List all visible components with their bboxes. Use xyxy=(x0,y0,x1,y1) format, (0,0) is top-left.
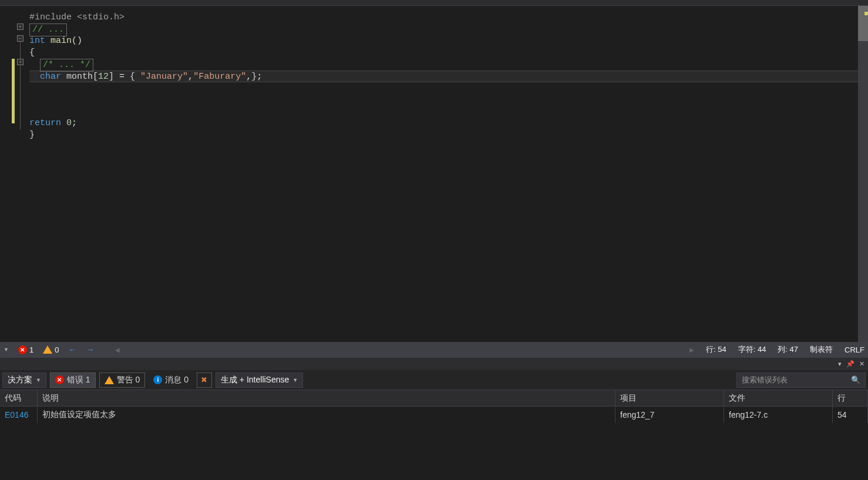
change-gutter xyxy=(0,6,15,342)
messages-filter[interactable]: i 消息 0 xyxy=(149,372,193,388)
code-line[interactable]: int main() xyxy=(29,35,868,47)
pin-icon[interactable]: 📌 xyxy=(846,360,854,368)
scope-dropdown[interactable]: 决方案▼ xyxy=(2,372,46,388)
nav-back-icon[interactable]: ← xyxy=(68,345,76,354)
error-list-table: 代码 说明 项目 文件 行 E0146初始值设定项值太多feng12_7feng… xyxy=(0,390,868,477)
code-line[interactable]: /* ... */ xyxy=(29,59,868,71)
scroll-right-icon[interactable]: ▶ xyxy=(689,347,694,353)
code-line[interactable]: // ... xyxy=(29,24,868,35)
error-table-header[interactable]: 代码 说明 项目 文件 行 xyxy=(0,390,868,407)
code-line[interactable] xyxy=(29,106,868,118)
panel-header: ▾ 📌 ✕ xyxy=(0,357,868,370)
code-content[interactable]: #include <stdio.h>// ...int main(){ /* .… xyxy=(29,6,868,342)
panel-menu-icon[interactable]: ▾ xyxy=(838,360,842,368)
col-code: 代码 xyxy=(0,390,38,406)
status-col: 列: 47 xyxy=(778,344,798,355)
col-line: 行 xyxy=(833,390,868,406)
status-lineend[interactable]: CRLF xyxy=(845,345,864,354)
fold-toggle[interactable] xyxy=(17,24,23,30)
nav-forward-icon[interactable]: → xyxy=(86,345,94,354)
error-search-input[interactable]: 搜索错误列表 🔍 xyxy=(736,372,866,388)
col-file: 文件 xyxy=(724,390,833,406)
code-line[interactable] xyxy=(29,94,868,106)
error-row[interactable]: E0146初始值设定项值太多feng12_7feng12-7.c54 xyxy=(0,407,868,423)
filter-icon: ✖ xyxy=(201,375,207,384)
errors-filter[interactable]: ✕ 错误 1 xyxy=(50,372,96,388)
code-line[interactable]: } xyxy=(29,129,868,141)
warning-icon xyxy=(105,376,114,384)
top-tab-bar xyxy=(0,0,868,6)
fold-toggle[interactable] xyxy=(17,59,23,65)
dropdown-icon[interactable]: ▼ xyxy=(4,347,9,353)
build-intellisense-dropdown[interactable]: 生成 + IntelliSense▼ xyxy=(216,372,303,388)
code-line[interactable]: return 0; xyxy=(29,118,868,129)
search-icon: 🔍 xyxy=(851,375,860,384)
code-line[interactable]: { xyxy=(29,47,868,59)
status-indent[interactable]: 制表符 xyxy=(810,344,833,355)
col-desc: 说明 xyxy=(38,390,615,406)
clear-filter-button[interactable]: ✖ xyxy=(197,372,212,388)
code-editor[interactable]: #include <stdio.h>// ...int main(){ /* .… xyxy=(0,6,868,342)
error-count[interactable]: ✕ 1 xyxy=(18,345,33,354)
code-line[interactable] xyxy=(29,82,868,94)
warning-icon xyxy=(43,345,52,354)
editor-scrollbar[interactable] xyxy=(858,6,868,342)
warning-count[interactable]: 0 xyxy=(43,345,59,354)
error-list-toolbar: 决方案▼ ✕ 错误 1 警告 0 i 消息 0 ✖ 生成 + IntelliSe… xyxy=(0,370,868,390)
status-line: 行: 54 xyxy=(706,344,726,355)
error-icon: ✕ xyxy=(18,345,27,354)
fold-column xyxy=(15,6,29,342)
editor-status-bar: ▼ ✕ 1 0 ← → ◀ ▶ 行: 54 字符: 44 列: 47 制表符 C… xyxy=(0,342,868,357)
code-line[interactable]: char month[12] = { "January","Faburary",… xyxy=(29,71,868,82)
status-char: 字符: 44 xyxy=(738,344,766,355)
col-proj: 项目 xyxy=(615,390,724,406)
close-icon[interactable]: ✕ xyxy=(859,360,864,368)
scroll-left-icon[interactable]: ◀ xyxy=(115,347,120,353)
warnings-filter[interactable]: 警告 0 xyxy=(99,372,146,388)
fold-toggle[interactable] xyxy=(17,35,23,42)
error-icon: ✕ xyxy=(55,375,64,384)
info-icon: i xyxy=(153,375,162,384)
code-line[interactable]: #include <stdio.h> xyxy=(29,12,868,24)
